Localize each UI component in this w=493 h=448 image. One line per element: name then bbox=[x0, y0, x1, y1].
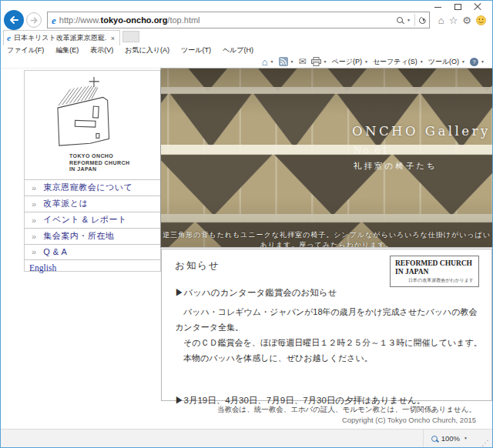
address-bar[interactable]: e http://www.tokyo-oncho.org/top.html ▼ bbox=[47, 12, 430, 28]
chairs-pattern-image bbox=[161, 69, 492, 247]
favorites-star-icon[interactable]: ☆ bbox=[449, 15, 458, 25]
zoom-magnifier-icon bbox=[431, 436, 438, 442]
tools-menu-button[interactable]: ツール(O) ▼ bbox=[428, 57, 465, 67]
news-section: お知らせ REFORMED CHURCH IN JAPAN 日本の改革派教会がわ… bbox=[161, 249, 492, 401]
chevron-right-icon: » bbox=[32, 216, 36, 225]
minimize-icon bbox=[434, 7, 441, 8]
menu-file[interactable]: ファイル(F) bbox=[7, 45, 44, 55]
menu-bar: ファイル(F) 編集(E) 表示(V) お気に入り(A) ツール(T) ヘルプ(… bbox=[1, 45, 492, 55]
english-link[interactable]: English bbox=[29, 263, 56, 272]
address-bar-tools: ▼ bbox=[397, 14, 428, 26]
caret-icon: ▼ bbox=[270, 60, 274, 64]
zoom-level: 100% bbox=[441, 434, 460, 443]
sidebar-item-label: 東京恩寵教会について bbox=[43, 182, 132, 193]
home-icon: ⌂ bbox=[262, 57, 268, 67]
caret-icon: ▼ bbox=[420, 60, 424, 64]
menu-view[interactable]: 表示(V) bbox=[90, 45, 113, 55]
rss-icon bbox=[279, 57, 288, 66]
url-text[interactable]: http://www.tokyo-oncho.org/top.html bbox=[59, 15, 394, 25]
reformed-church-badge[interactable]: REFORMED CHURCH IN JAPAN 日本の改革派教会がわかります bbox=[390, 256, 479, 287]
read-mail-button[interactable]: ✉ bbox=[298, 57, 306, 66]
menu-edit[interactable]: 編集(E) bbox=[55, 45, 79, 55]
sidebar-item-qa[interactable]: » Q & A bbox=[25, 244, 160, 260]
chevron-right-icon: » bbox=[32, 247, 36, 256]
caret-icon: ▼ bbox=[290, 60, 294, 64]
logo-text: TOKYO ONCHO REFORMED CHURCH IN JAPAN bbox=[69, 153, 160, 173]
sidebar-item-access[interactable]: » 集会案内・所在地 bbox=[25, 228, 160, 244]
sidebar-item-label: 改革派とは bbox=[43, 198, 88, 209]
news-body-line: バッハ・コレギウム・ジャパンが18年の歳月をかけ完成させたバッハの教会カンタータ… bbox=[175, 304, 482, 335]
sidebar-item-label: Q & A bbox=[43, 247, 67, 256]
sidebar-item-label: イベント & レポート bbox=[43, 214, 127, 226]
page-menu-label: ページ(P) bbox=[332, 57, 362, 67]
tab-active[interactable]: e 日本キリスト改革派東京恩寵... × bbox=[3, 30, 120, 45]
caret-icon: ▼ bbox=[481, 60, 485, 64]
back-button[interactable] bbox=[4, 10, 24, 30]
page-content: TOKYO ONCHO REFORMED CHURCH IN JAPAN » 東… bbox=[1, 69, 492, 429]
feedback-smiley-icon[interactable] bbox=[476, 15, 486, 25]
sidebar-item-about[interactable]: » 東京恩寵教会について bbox=[25, 179, 160, 196]
resize-grip[interactable]: ⋰ bbox=[481, 440, 489, 447]
menu-help[interactable]: ヘルプ(H) bbox=[223, 45, 253, 55]
chevron-right-icon: » bbox=[32, 183, 36, 192]
sidebar: TOKYO ONCHO REFORMED CHURCH IN JAPAN » 東… bbox=[24, 70, 161, 272]
divider bbox=[414, 14, 415, 26]
back-arrow-icon bbox=[8, 14, 20, 26]
sidebar-item-label: 集会案内・所在地 bbox=[43, 230, 114, 242]
ie-favicon: e bbox=[52, 15, 56, 25]
feeds-button[interactable]: ▼ bbox=[279, 57, 294, 66]
caret-icon: ▼ bbox=[464, 436, 468, 440]
menu-tools[interactable]: ツール(T) bbox=[181, 45, 211, 55]
mail-icon: ✉ bbox=[298, 57, 306, 66]
safety-menu-label: セーフティ(S) bbox=[373, 57, 418, 67]
badge-line: REFORMED CHURCH bbox=[395, 259, 474, 268]
badge-line: IN JAPAN bbox=[395, 268, 474, 276]
print-button[interactable]: ▼ bbox=[311, 57, 327, 66]
maximize-button[interactable] bbox=[448, 1, 468, 13]
page-menu-button[interactable]: ページ(P) ▼ bbox=[332, 57, 368, 67]
browser-window: e http://www.tokyo-oncho.org/top.html ▼ … bbox=[0, 0, 493, 448]
gallery-caption: 逆三角形の背もたれもユニークな礼拝室の椅子。シンプルながらいろいろな仕掛けがいっ… bbox=[161, 230, 492, 247]
tab-title: 日本キリスト改革派東京恩寵... bbox=[14, 33, 106, 43]
refresh-icon[interactable] bbox=[418, 15, 428, 25]
search-icon[interactable] bbox=[397, 17, 403, 23]
tab-bar: e 日本キリスト改革派東京恩寵... × bbox=[1, 30, 492, 45]
safety-menu-button[interactable]: セーフティ(S) ▼ bbox=[373, 57, 424, 67]
sidebar-item-reformed[interactable]: » 改革派とは bbox=[25, 196, 160, 212]
home-menu-button[interactable]: ⌂ ▼ bbox=[262, 57, 274, 67]
copyright: Copyright (C) Tokyo Oncho Church, 2015 bbox=[217, 415, 476, 426]
news-body-line: そのＣＤ鑑賞会を、ほぼ毎週日曜日１２時２５分～１３時に開催しています。 bbox=[175, 335, 482, 350]
help-menu-button[interactable]: ? ▼ bbox=[470, 58, 485, 66]
caret-icon: ▼ bbox=[324, 60, 327, 64]
home-icon[interactable]: ⌂ bbox=[438, 15, 444, 25]
menu-favorites[interactable]: お気に入り(A) bbox=[125, 45, 169, 55]
news-body-line: 本物のバッハを体感しに、ぜひお越しください。 bbox=[175, 350, 482, 366]
caret-icon: ▼ bbox=[364, 60, 368, 64]
sidebar-nav: » 東京恩寵教会について » 改革派とは » イベント & レポート » 集会案… bbox=[25, 179, 160, 260]
chevron-right-icon: » bbox=[32, 199, 36, 209]
command-bar: ⌂ ▼ ▼ ✉ ▼ ページ(P) ▼ セーフティ(S) ▼ bbox=[1, 55, 492, 69]
church-logo-icon bbox=[47, 75, 138, 151]
forward-button[interactable] bbox=[26, 12, 42, 28]
page-footer: 当教会は、統一教会、エホバの証人、モルモン教とは、一切関係ありません。 Copy… bbox=[217, 404, 476, 426]
new-tab-button[interactable] bbox=[122, 31, 139, 42]
close-button[interactable] bbox=[468, 1, 488, 13]
gallery-title: ONCHO Gallery bbox=[352, 124, 491, 139]
maximize-icon bbox=[454, 4, 461, 10]
status-bar: 100% ▼ ⋰ bbox=[1, 429, 492, 447]
forward-arrow-icon bbox=[29, 15, 39, 25]
browser-chrome: e http://www.tokyo-oncho.org/top.html ▼ … bbox=[1, 1, 492, 69]
tab-favicon: e bbox=[7, 34, 11, 42]
sidebar-item-events[interactable]: » イベント & レポート bbox=[25, 212, 160, 228]
hero-gallery-image: ONCHO Gallery No.61 礼拝室の椅子たち 逆三角形の背もたれもユ… bbox=[161, 69, 492, 247]
gallery-subtitle: 礼拝室の椅子たち bbox=[354, 161, 438, 172]
caret-icon: ▼ bbox=[461, 60, 465, 64]
address-dropdown-caret-icon[interactable]: ▼ bbox=[407, 18, 411, 22]
minimize-button[interactable] bbox=[428, 1, 448, 13]
tab-close-icon[interactable]: × bbox=[109, 35, 116, 42]
zoom-control[interactable]: 100% ▼ bbox=[423, 430, 475, 447]
navigation-bar: e http://www.tokyo-oncho.org/top.html ▼ … bbox=[1, 10, 492, 30]
settings-gear-icon[interactable]: ⚙ bbox=[462, 15, 471, 25]
news-item-title: ▶バッハのカンタータ鑑賞会のお知らせ bbox=[175, 287, 482, 299]
help-icon: ? bbox=[470, 58, 478, 66]
